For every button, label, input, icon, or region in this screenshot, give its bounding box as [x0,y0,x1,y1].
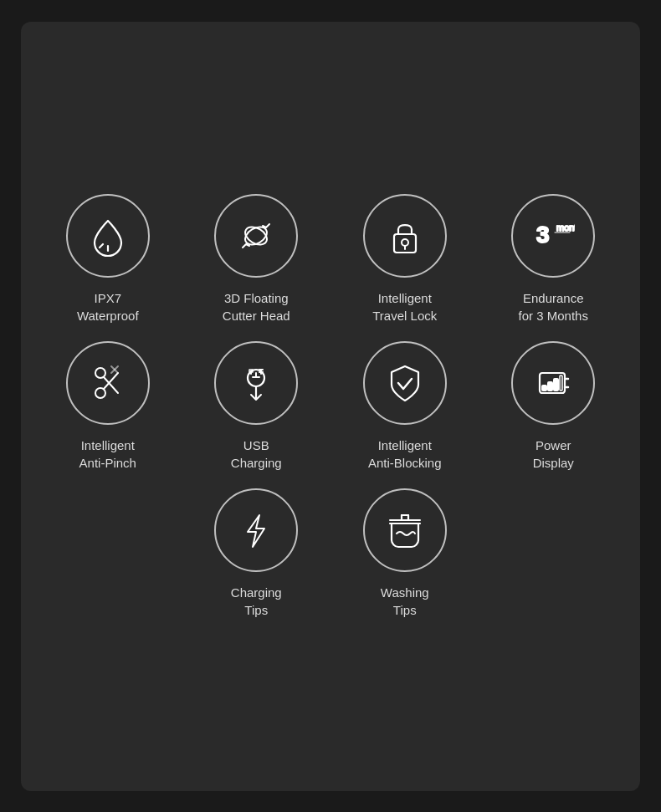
endurance-label: Endurancefor 3 Months [519,289,588,324]
lightning-icon [234,508,278,552]
feature-travel-lock: IntelligentTravel Lock [335,194,475,324]
svg-marker-32 [248,515,264,547]
usb-icon-circle [214,341,298,425]
charging-tips-label: ChargingTips [231,584,282,619]
washing-icon [383,508,427,552]
three-months-icon: 3 months [531,214,575,258]
usb-charging-icon [234,361,278,405]
svg-point-5 [402,239,408,246]
lock-icon-circle [363,194,447,278]
feature-anti-pinch: IntelligentAnti-Pinch [38,341,178,472]
shield-check-icon [383,361,427,405]
cutter-icon-circle [214,194,298,278]
ipx7-label: IPX7Waterproof [77,289,139,324]
svg-line-12 [104,373,118,389]
feature-usb-charging: USBCharging [187,341,327,472]
svg-rect-28 [542,386,546,391]
battery-display-icon [531,361,575,405]
feature-washing-tips: WashingTips [335,488,475,619]
cutter-label: 3D FloatingCutter Head [223,289,290,324]
svg-rect-30 [554,379,558,391]
features-card: IPX7Waterproof 3D FloatingCutter Head [21,22,640,791]
svg-rect-29 [548,382,552,391]
anti-blocking-label: IntelligentAnti-Blocking [368,437,442,472]
lock-label: IntelligentTravel Lock [372,289,437,324]
usb-charging-label: USBCharging [231,437,282,472]
water-drop-icon [86,214,130,258]
feature-power-display: PowerDisplay [484,341,624,472]
power-display-label: PowerDisplay [533,437,574,472]
washing-tips-label: WashingTips [381,584,429,619]
three-months-icon-circle: 3 months [511,194,595,278]
features-grid-row2: IntelligentAnti-Pinch [38,341,623,472]
ipx7-icon-circle [66,194,150,278]
cutter-head-icon [234,214,278,258]
features-grid-row1: IPX7Waterproof 3D FloatingCutter Head [38,194,623,324]
svg-text:months: months [556,222,575,232]
feature-charging-tips: ChargingTips [187,488,327,619]
svg-line-13 [104,377,118,393]
feature-endurance: 3 months Endurancefor 3 Months [484,194,624,324]
battery-icon-circle [511,341,595,425]
svg-rect-31 [560,375,562,391]
shield-check-icon-circle [363,341,447,425]
lock-icon [383,214,427,258]
washing-icon-circle [363,488,447,572]
lightning-icon-circle [214,488,298,572]
svg-line-1 [100,244,103,248]
svg-text:3: 3 [536,222,550,248]
scissors-icon-circle [66,341,150,425]
feature-3d-cutter: 3D FloatingCutter Head [187,194,327,324]
feature-ipx7-waterproof: IPX7Waterproof [38,194,178,324]
scissors-icon [86,361,130,405]
feature-anti-blocking: IntelligentAnti-Blocking [335,341,475,472]
features-grid-row3: ChargingTips WashingTips [38,488,623,619]
anti-pinch-label: IntelligentAnti-Pinch [79,437,136,472]
